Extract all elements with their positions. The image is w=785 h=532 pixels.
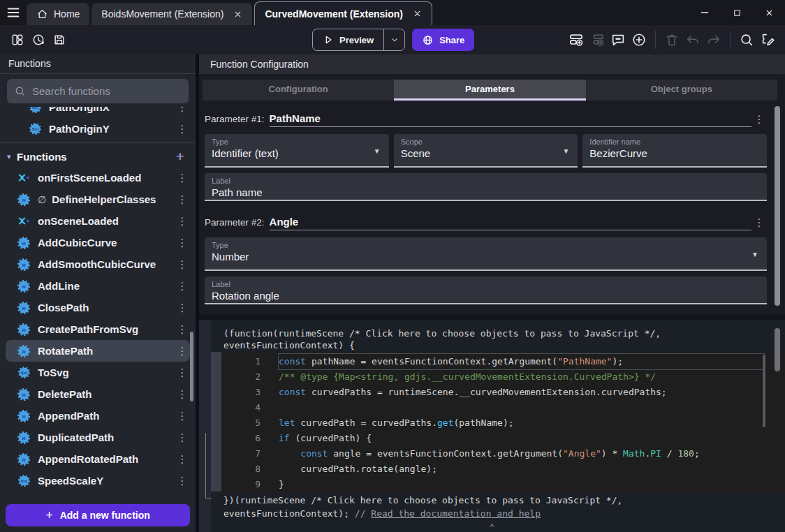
param1-scope-select[interactable]: Scope Scene ▼ [394, 134, 578, 168]
preview-button[interactable]: Preview [313, 29, 383, 50]
close-window-button[interactable] [753, 0, 785, 25]
history-icon[interactable] [28, 29, 49, 50]
code-footer-line[interactable]: })(runtimeScene /* Click here to choose … [199, 495, 785, 507]
code-line[interactable]: 1const pathName = eventsFunctionContext.… [221, 354, 785, 369]
code-lines[interactable]: 1const pathName = eventsFunctionContext.… [221, 353, 785, 494]
function-list-item[interactable]: f(x)ToSvg⋮ [6, 362, 190, 383]
code-line[interactable]: 4 [221, 400, 785, 415]
parameter-1-name-input[interactable]: PathName [270, 112, 751, 127]
param1-type-select[interactable]: Type Identifier (text) ▼ [205, 134, 389, 168]
function-list-item[interactable]: »AppendRotatedPath⋮ [6, 448, 190, 470]
tab-object-groups[interactable]: Object groups [586, 80, 777, 101]
maximize-button[interactable] [721, 0, 753, 25]
line-content [279, 400, 764, 415]
editor-tab[interactable]: BoidsMovement (Extension) [91, 3, 252, 25]
code-line[interactable]: 6if (curvedPath) { [221, 431, 785, 446]
minimize-button[interactable] [689, 0, 721, 25]
param2-label-input[interactable]: Label Rotation angle [205, 276, 767, 304]
item-menu-icon[interactable]: ⋮ [175, 193, 190, 206]
close-tab-icon[interactable] [233, 10, 242, 19]
tab-label: CurvedMovement (Extension) [265, 8, 403, 20]
code-header-line: eventsFunctionContext) { [199, 340, 785, 352]
item-menu-icon[interactable]: ⋮ [175, 237, 190, 249]
function-list-item[interactable]: »∅DefineHelperClasses⋮ [6, 189, 190, 210]
code-line[interactable]: 3const curvedPaths = runtimeScene.__curv… [221, 385, 785, 400]
parameter-1-menu-icon[interactable]: ⋮ [751, 113, 767, 127]
function-list-item[interactable]: »CreatePathFromSvg⋮ [6, 318, 190, 340]
item-menu-icon[interactable]: ⋮ [175, 123, 190, 135]
search-icon[interactable] [736, 29, 757, 50]
line-content: curvedPath.rotate(angle); [279, 461, 764, 477]
param1-label-input[interactable]: Label Path name [205, 173, 767, 201]
preview-options-button[interactable] [383, 29, 404, 50]
share-button[interactable]: Share [412, 29, 474, 51]
editor-tab[interactable]: CurvedMovement (Extension) [254, 1, 432, 25]
form-scrollbar[interactable] [775, 106, 780, 306]
save-icon[interactable] [49, 29, 70, 50]
code-line[interactable]: 8 curvedPath.rotate(angle); [221, 461, 785, 477]
item-menu-icon[interactable]: ⋮ [175, 302, 190, 314]
item-menu-icon[interactable]: ⋮ [175, 453, 190, 466]
item-menu-icon[interactable]: ⋮ [175, 388, 190, 401]
function-list-item[interactable]: f(x)PathOriginY⋮ [6, 118, 190, 140]
project-manager-icon[interactable] [7, 29, 28, 50]
item-menu-icon[interactable]: ⋮ [175, 431, 190, 444]
code-line[interactable]: 7 const angle = eventsFunctionContext.ge… [221, 446, 785, 461]
code-area-scrollbar[interactable] [775, 328, 780, 371]
sidebar-section-functions[interactable]: ▾Functions+ [0, 146, 196, 167]
add-function-icon[interactable]: + [176, 148, 189, 165]
function-list-item[interactable]: »AddCubicCurve⋮ [6, 232, 190, 253]
item-menu-icon[interactable]: ⋮ [175, 215, 190, 228]
function-list-item[interactable]: f(x)PathOriginX⋮ [6, 107, 190, 118]
item-menu-icon[interactable]: ⋮ [175, 107, 190, 114]
function-list-item[interactable]: f(x)SpeedScaleY⋮ [6, 470, 190, 492]
javascript-code-event[interactable]: (function(runtimeScene /* Click here to … [199, 320, 785, 532]
function-list-item[interactable]: onSceneLoaded⋮ [6, 210, 190, 232]
sidebar-scrollbar[interactable] [190, 332, 193, 401]
function-list-item[interactable]: »AppendPath⋮ [6, 405, 190, 427]
tab-configuration[interactable]: Configuration [203, 80, 394, 101]
item-menu-icon[interactable]: ⋮ [175, 323, 190, 336]
close-tab-icon[interactable] [413, 9, 422, 18]
code-line[interactable]: 2/** @type {Map<string, gdjs.__curvedMov… [221, 369, 785, 385]
function-list-item[interactable]: onFirstSceneLoaded⋮ [6, 167, 190, 189]
tab-parameters[interactable]: Parameters [394, 80, 585, 101]
code-line[interactable]: 9} [221, 477, 785, 492]
item-menu-icon[interactable]: ⋮ [175, 258, 190, 271]
documentation-link[interactable]: Read the documentation and help [371, 508, 541, 519]
item-menu-icon[interactable]: ⋮ [175, 410, 190, 422]
editor-tab[interactable]: Home [27, 3, 89, 25]
item-menu-icon[interactable]: ⋮ [175, 345, 190, 357]
parameter-2-name-input[interactable]: Angle [270, 216, 751, 230]
line-number: 6 [221, 431, 261, 446]
function-list-item[interactable]: »AddSmoothCubicCurve⋮ [6, 253, 190, 275]
item-menu-icon[interactable]: ⋮ [175, 172, 190, 184]
item-menu-icon[interactable]: ⋮ [175, 280, 190, 293]
function-list-item[interactable]: »RotatePath⋮ [6, 340, 190, 362]
function-list-item[interactable]: »ClosePath⋮ [6, 297, 190, 318]
add-new-function-button[interactable]: + Add a new function [6, 504, 190, 526]
function-list-item[interactable]: »AddLine⋮ [6, 275, 190, 297]
editor-scrollbar[interactable] [763, 355, 765, 427]
hamburger-menu-icon[interactable] [0, 0, 27, 25]
function-list-item[interactable]: »DuplicatedPath⋮ [6, 427, 190, 448]
param2-type-select[interactable]: Type Number ▼ [205, 237, 767, 271]
parameter-2-menu-icon[interactable]: ⋮ [751, 216, 767, 230]
param1-identifier-input[interactable]: Identifier name BezierCurve [582, 134, 767, 168]
add-function-label: Add a new function [60, 510, 150, 521]
item-menu-icon[interactable]: ⋮ [175, 367, 190, 379]
code-header-line[interactable]: (function(runtimeScene /* Click here to … [199, 328, 785, 340]
collapse-caret-icon[interactable]: ^ [199, 522, 785, 532]
function-list-item[interactable]: »DeletePath⋮ [6, 383, 190, 405]
chevron-down-icon[interactable]: ▾ [7, 152, 17, 161]
add-comment-icon[interactable] [608, 29, 629, 50]
function-name: ToSvg [38, 367, 175, 378]
search-input[interactable] [32, 85, 182, 97]
add-circle-icon[interactable] [629, 29, 650, 50]
code-line[interactable]: 5let curvedPath = curvedPaths.get(pathNa… [221, 415, 785, 431]
svg-text:f(x): f(x) [31, 107, 38, 110]
item-menu-icon[interactable]: ⋮ [175, 475, 190, 487]
add-event-icon[interactable] [566, 29, 587, 50]
main-panel: Function Configuration Configuration Par… [199, 54, 785, 532]
edit-extension-icon[interactable] [757, 29, 778, 50]
